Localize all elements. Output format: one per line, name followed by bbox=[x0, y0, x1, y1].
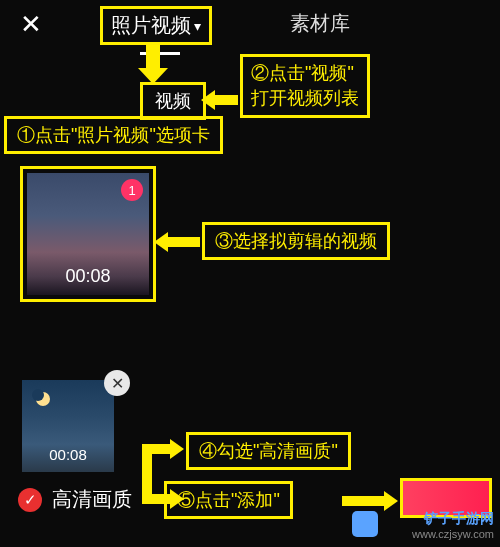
annotation-step-2: ②点击"视频" 打开视频列表 bbox=[240, 54, 370, 118]
annotation-step-4: ④勾选"高清画质" bbox=[186, 432, 351, 470]
watermark-url: www.czjsyw.com bbox=[412, 527, 494, 541]
selection-badge: 1 bbox=[121, 179, 143, 201]
tab-library[interactable]: 素材库 bbox=[290, 10, 350, 37]
annotation-step-5: ⑤点击"添加" bbox=[164, 481, 293, 519]
selected-video-duration: 00:08 bbox=[22, 446, 114, 463]
hd-quality-row[interactable]: ✓ 高清画质 bbox=[0, 486, 132, 513]
tab-photo-video[interactable]: 照片视频 ▾ bbox=[100, 6, 212, 45]
hd-quality-label: 高清画质 bbox=[52, 486, 132, 513]
close-icon[interactable]: ✕ bbox=[10, 9, 52, 40]
annotation-step-2-line2: 打开视频列表 bbox=[251, 86, 359, 111]
annotation-step-3: ③选择拟剪辑的视频 bbox=[202, 222, 390, 260]
annotation-step-1: ①点击"照片视频"选项卡 bbox=[4, 116, 223, 154]
watermark: 铲子手游网 www.czjsyw.com bbox=[412, 509, 494, 541]
video-filter-button[interactable]: 视频 bbox=[140, 82, 206, 120]
watermark-site-name: 铲子手游网 bbox=[412, 509, 494, 527]
tab-photo-video-label: 照片视频 bbox=[111, 12, 191, 39]
chevron-down-icon: ▾ bbox=[194, 18, 201, 34]
video-duration: 00:08 bbox=[27, 266, 149, 287]
remove-video-icon[interactable]: ✕ bbox=[104, 370, 130, 396]
video-thumbnail-1[interactable]: 1 00:08 bbox=[20, 166, 156, 302]
video-thumbnail-1-image: 1 00:08 bbox=[27, 173, 149, 295]
moon-graphic bbox=[36, 392, 50, 406]
annotation-step-2-line1: ②点击"视频" bbox=[251, 61, 359, 86]
watermark-logo bbox=[352, 511, 378, 537]
hd-quality-checkbox[interactable]: ✓ bbox=[18, 488, 42, 512]
